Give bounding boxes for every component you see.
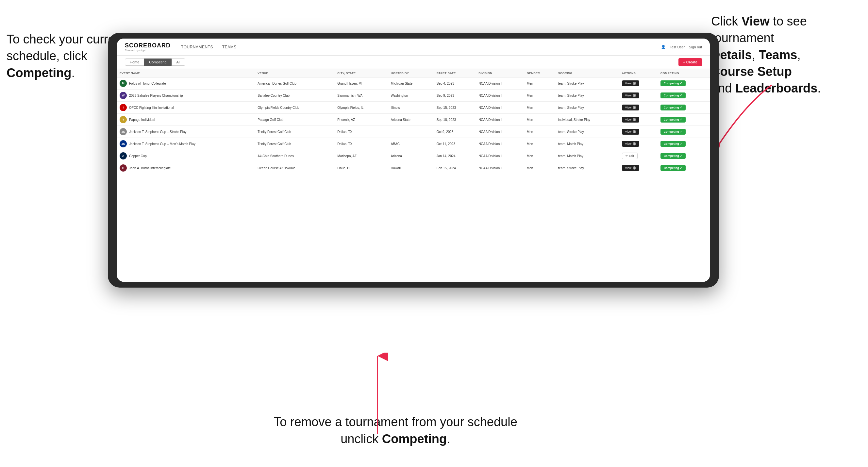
scoring: team, Stroke Play — [556, 90, 619, 102]
tab-competing[interactable]: Competing — [144, 59, 171, 66]
venue: Papago Golf Club — [255, 114, 335, 126]
scoring: team, Stroke Play — [556, 102, 619, 114]
actions-cell: ✏ Edit — [619, 150, 658, 162]
competing-button[interactable]: Competing ✓ — [660, 165, 686, 171]
edit-button[interactable]: ✏ Edit — [622, 153, 638, 159]
view-button[interactable]: View i — [622, 165, 639, 171]
gender: Men — [524, 138, 556, 150]
ann-tr-end: . — [817, 82, 821, 95]
info-icon: i — [633, 166, 636, 169]
filter-bar: Home Competing All + Create — [117, 56, 710, 69]
hosted-by — [388, 126, 434, 138]
gender: Men — [524, 150, 556, 162]
scoring: individual, Stroke Play — [556, 114, 619, 126]
table-header: EVENT NAME VENUE CITY, STATE HOSTED BY S… — [117, 69, 710, 77]
city-state: Dallas, TX — [335, 138, 388, 150]
hosted-by: Arizona — [388, 150, 434, 162]
table-body: M Folds of Honor Collegiate American Dun… — [117, 77, 710, 174]
col-venue: VENUE — [255, 69, 335, 77]
actions-cell: View i — [619, 162, 658, 174]
view-button[interactable]: View i — [622, 104, 639, 111]
event-name: OFCC Fighting Illini Invitational — [129, 106, 174, 110]
nav-bar: SCOREBOARD Powered by clippi TOURNAMENTS… — [117, 38, 710, 56]
start-date: Sep 4, 2023 — [434, 77, 476, 90]
hosted-by: Arizona State — [388, 114, 434, 126]
tab-home[interactable]: Home — [125, 59, 144, 66]
competing-button[interactable]: Competing ✓ — [660, 81, 686, 86]
hosted-by: ABAC — [388, 138, 434, 150]
event-name-cell: W 2023 Sahalee Players Championship — [117, 90, 255, 102]
nav-username: Test User — [670, 45, 685, 49]
venue: Sahalee Country Club — [255, 90, 335, 102]
scoring: team, Stroke Play — [556, 126, 619, 138]
col-scoring: SCORING — [556, 69, 619, 77]
start-date: Oct 9, 2023 — [434, 126, 476, 138]
tab-all[interactable]: All — [172, 59, 185, 66]
city-state: Dallas, TX — [335, 126, 388, 138]
info-icon: i — [633, 142, 636, 146]
venue: Trinity Forest Golf Club — [255, 138, 335, 150]
start-date: Feb 15, 2024 — [434, 162, 476, 174]
competing-button[interactable]: Competing ✓ — [660, 104, 686, 111]
competing-button[interactable]: Competing ✓ — [660, 153, 686, 159]
event-name-cell: JS Jackson T. Stephens Cup – Men's Match… — [117, 138, 255, 150]
nav-tournaments[interactable]: TOURNAMENTS — [181, 45, 213, 49]
view-button[interactable]: View i — [622, 141, 639, 147]
start-date: Oct 11, 2023 — [434, 138, 476, 150]
info-icon: i — [633, 82, 636, 85]
annotation-bottom: To remove a tournament from your schedul… — [268, 414, 523, 447]
competing-cell: Competing ✓ — [658, 90, 710, 102]
competing-button[interactable]: Competing ✓ — [660, 117, 686, 123]
nav-teams[interactable]: TEAMS — [222, 45, 237, 49]
event-name: Folds of Honor Collegiate — [129, 82, 166, 85]
create-button[interactable]: + Create — [678, 58, 702, 66]
view-button[interactable]: View i — [622, 92, 639, 98]
nav-links: TOURNAMENTS TEAMS — [181, 45, 661, 49]
competing-cell: Competing ✓ — [658, 162, 710, 174]
table-row: JS Jackson T. Stephens Cup – Men's Match… — [117, 138, 710, 150]
view-button[interactable]: View i — [622, 129, 639, 135]
actions-cell: View i — [619, 114, 658, 126]
team-logo: JS — [120, 128, 127, 135]
event-name-cell: Y Papago Individual — [117, 114, 255, 126]
gender: Men — [524, 126, 556, 138]
start-date: Sep 9, 2023 — [434, 90, 476, 102]
team-logo: H — [120, 164, 127, 172]
ann-bot-bold: Competing — [382, 432, 447, 446]
col-city-state: CITY, STATE — [335, 69, 388, 77]
event-name: Jackson T. Stephens Cup – Stroke Play — [129, 130, 186, 134]
col-hosted-by: HOSTED BY — [388, 69, 434, 77]
competing-cell: Competing ✓ — [658, 150, 710, 162]
team-logo: Y — [120, 116, 127, 123]
event-name-cell: I OFCC Fighting Illini Invitational — [117, 102, 255, 114]
table-row: H John A. Burns Intercollegiate Ocean Co… — [117, 162, 710, 174]
division: NCAA Division I — [476, 77, 524, 90]
competing-cell: Competing ✓ — [658, 126, 710, 138]
team-logo: W — [120, 92, 127, 99]
division: NCAA Division I — [476, 150, 524, 162]
event-name: Papago Individual — [129, 118, 155, 122]
team-logo: I — [120, 104, 127, 111]
view-button[interactable]: View i — [622, 81, 639, 86]
view-button[interactable]: View i — [622, 117, 639, 123]
division: NCAA Division I — [476, 162, 524, 174]
city-state: Lihue, HI — [335, 162, 388, 174]
competing-cell: Competing ✓ — [658, 138, 710, 150]
start-date: Jan 14, 2024 — [434, 150, 476, 162]
competing-button[interactable]: Competing ✓ — [660, 141, 686, 147]
event-name-cell: M Folds of Honor Collegiate — [117, 77, 255, 90]
competing-button[interactable]: Competing ✓ — [660, 129, 686, 135]
table-row: A Copper Cup Ak-Chin Southern DunesMaric… — [117, 150, 710, 162]
gender: Men — [524, 114, 556, 126]
col-division: DIVISION — [476, 69, 524, 77]
city-state: Phoenix, AZ — [335, 114, 388, 126]
event-name: Copper Cup — [129, 154, 147, 158]
nav-right: 👤 Test User Sign out — [661, 45, 702, 49]
signout-link[interactable]: Sign out — [689, 45, 702, 49]
hosted-by: Michigan State — [388, 77, 434, 90]
gender: Men — [524, 90, 556, 102]
competing-button[interactable]: Competing ✓ — [660, 92, 686, 98]
col-competing: COMPETING — [658, 69, 710, 77]
scoring: team, Stroke Play — [556, 162, 619, 174]
table-row: M Folds of Honor Collegiate American Dun… — [117, 77, 710, 90]
